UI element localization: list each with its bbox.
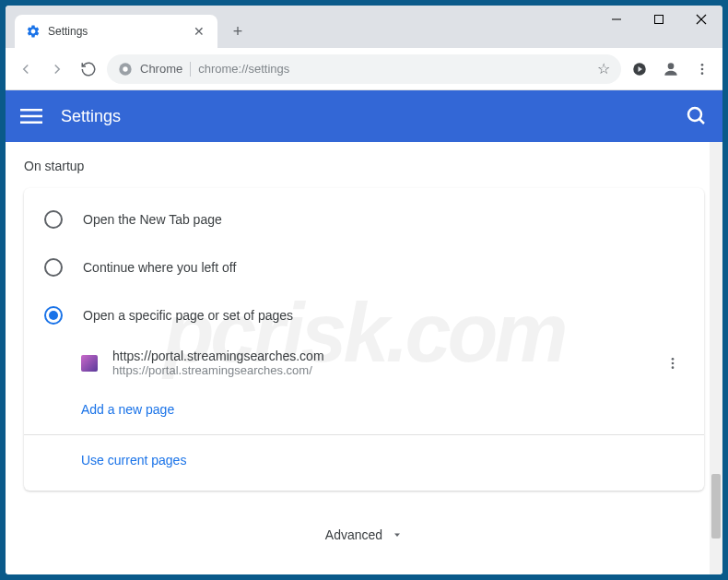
address-bar[interactable]: Chrome chrome://settings ☆ [107, 54, 621, 84]
advanced-toggle[interactable]: Advanced [24, 527, 704, 542]
radio-continue[interactable]: Continue where you left off [24, 243, 704, 291]
hamburger-icon[interactable] [20, 105, 42, 127]
svg-point-17 [672, 358, 675, 361]
radio-new-tab[interactable]: Open the New Tab page [24, 195, 704, 243]
add-page-link: Add a new page [81, 402, 174, 417]
startup-page-entry: https://portal.streamingsearches.com htt… [24, 339, 704, 386]
svg-point-11 [701, 72, 704, 75]
radio-label: Continue where you left off [83, 260, 236, 275]
add-page-row[interactable]: Add a new page [24, 386, 704, 432]
profile-avatar[interactable] [658, 56, 684, 82]
radio-label: Open a specific page or set of pages [83, 308, 293, 323]
search-icon[interactable] [686, 105, 708, 127]
svg-point-15 [688, 108, 701, 121]
svg-rect-13 [20, 115, 42, 118]
advanced-label: Advanced [325, 527, 382, 542]
use-current-link: Use current pages [81, 453, 186, 468]
radio-icon [44, 210, 63, 229]
svg-point-19 [672, 366, 675, 369]
use-current-row[interactable]: Use current pages [24, 437, 704, 483]
address-chip: Chrome [140, 62, 182, 76]
content-area: Settings On startup Open the New Tab pag… [6, 90, 722, 574]
settings-page: Settings On startup Open the New Tab pag… [6, 90, 722, 574]
svg-point-5 [123, 66, 127, 71]
forward-button[interactable] [44, 56, 70, 82]
site-favicon [81, 355, 98, 372]
reload-button[interactable] [76, 56, 101, 82]
section-title: On startup [24, 159, 704, 173]
back-button[interactable] [13, 56, 39, 82]
extensions-button[interactable] [627, 56, 652, 82]
page-title: Settings [61, 107, 667, 126]
toolbar: Chrome chrome://settings ☆ [6, 48, 722, 90]
titlebar: Settings ✕ + [6, 6, 722, 48]
svg-rect-12 [20, 109, 42, 112]
radio-icon [44, 306, 63, 325]
radio-label: Open the New Tab page [83, 212, 222, 227]
svg-rect-14 [20, 122, 42, 124]
radio-icon [44, 258, 63, 277]
page-name: https://portal.streamingsearches.com [112, 349, 647, 363]
bookmark-star-icon[interactable]: ☆ [597, 60, 610, 77]
svg-point-18 [672, 361, 675, 364]
window-controls [595, 6, 722, 33]
more-actions-icon[interactable] [662, 352, 684, 374]
close-icon[interactable]: ✕ [192, 24, 206, 39]
tab-title: Settings [48, 25, 192, 38]
svg-point-9 [701, 64, 704, 66]
maximize-button[interactable] [638, 6, 680, 33]
startup-card: Open the New Tab page Continue where you… [24, 188, 704, 491]
separator [190, 62, 191, 77]
minimize-button[interactable] [595, 6, 638, 33]
scrollbar-thumb[interactable] [711, 474, 721, 539]
scroll-area: On startup Open the New Tab page Continu… [6, 142, 722, 574]
browser-tab[interactable]: Settings ✕ [15, 15, 217, 48]
svg-marker-20 [394, 534, 400, 538]
new-tab-button[interactable]: + [225, 18, 251, 44]
divider [24, 434, 704, 435]
svg-rect-1 [655, 16, 663, 24]
radio-specific-pages[interactable]: Open a specific page or set of pages [24, 291, 704, 339]
browser-window: Settings ✕ + Chrome chrome://settings ☆ [6, 6, 722, 574]
scrollbar[interactable] [710, 142, 722, 574]
page-url: https://portal.streamingsearches.com/ [112, 363, 647, 377]
svg-point-10 [701, 67, 704, 70]
gear-icon [26, 24, 41, 39]
settings-header: Settings [6, 90, 722, 142]
chrome-icon [118, 62, 133, 77]
page-text: https://portal.streamingsearches.com htt… [112, 349, 647, 377]
chevron-down-icon [392, 529, 403, 540]
svg-line-16 [699, 119, 704, 124]
close-window-button[interactable] [680, 6, 722, 33]
address-url: chrome://settings [198, 62, 590, 76]
svg-point-8 [668, 63, 675, 69]
kebab-menu-icon[interactable] [689, 56, 715, 82]
